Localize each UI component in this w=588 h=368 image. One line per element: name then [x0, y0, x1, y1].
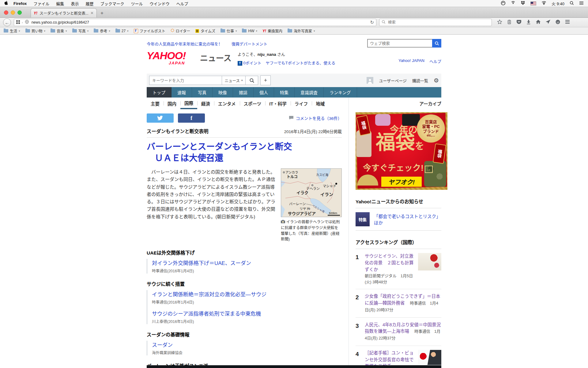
- nav-survey[interactable]: 意識調査: [295, 87, 324, 98]
- subnav-life[interactable]: ライフ: [291, 98, 312, 109]
- zoom-window-button[interactable]: [17, 10, 22, 15]
- article-link[interactable]: スーダン: [152, 342, 173, 348]
- bookmark-transit[interactable]: Y!乗換案内: [262, 28, 282, 33]
- close-window-button[interactable]: [4, 10, 8, 15]
- search-scope-dropdown[interactable]: ニュース▾: [222, 76, 245, 85]
- url-input[interactable]: [31, 20, 367, 25]
- tab-groups-icon[interactable]: [16, 20, 20, 25]
- gear-icon[interactable]: ⚙: [434, 77, 439, 84]
- menubar-window[interactable]: ウインドウ: [146, 1, 173, 6]
- broadcast-status-icon[interactable]: [511, 1, 515, 6]
- subscriptions-link[interactable]: 購読一覧: [412, 78, 428, 83]
- news-search-button[interactable]: [245, 76, 258, 85]
- menubar-edit[interactable]: 編集: [53, 1, 67, 6]
- dropbox-icon[interactable]: [521, 1, 525, 6]
- browser-search-box[interactable]: [379, 19, 492, 26]
- bookmark-folder-reference[interactable]: 参考▾: [94, 28, 110, 33]
- promo-link-2[interactable]: 復興デパートメント: [232, 41, 267, 47]
- bookmark-folder-music[interactable]: 音楽▾: [51, 28, 67, 33]
- archive-link[interactable]: アーカイブ: [419, 100, 441, 107]
- input-source-flag-icon[interactable]: [530, 2, 536, 6]
- nav-photo[interactable]: 写真: [192, 87, 213, 98]
- home-icon[interactable]: [536, 19, 541, 25]
- spotlight-icon[interactable]: [570, 1, 574, 6]
- keyword-input[interactable]: [149, 76, 222, 85]
- pocket-icon[interactable]: [516, 19, 522, 25]
- apple-icon[interactable]: [4, 1, 8, 6]
- yahoo-japan-link[interactable]: Yahoo! JAPAN: [398, 58, 424, 64]
- nav-personal[interactable]: 個人: [254, 87, 274, 98]
- menubar-app[interactable]: Firefox: [10, 1, 30, 6]
- menubar-clock[interactable]: 火 9:40: [552, 1, 564, 6]
- nav-video[interactable]: 映像: [213, 87, 233, 98]
- subnav-main[interactable]: 主要: [147, 98, 164, 109]
- downloads-icon[interactable]: [526, 19, 531, 26]
- menubar-history[interactable]: 履歴: [82, 1, 97, 6]
- subnav-region[interactable]: 地域: [312, 98, 329, 109]
- article-link[interactable]: 対イラン外交関係格下げ＝UAE、スーダン: [152, 260, 251, 266]
- back-button[interactable]: ←: [3, 18, 11, 26]
- article-headline[interactable]: バーレーンとスーダンもイランと断交 ＵＡＥは大使召還: [147, 141, 342, 164]
- subnav-international[interactable]: 国際: [180, 98, 197, 109]
- help-link[interactable]: ヘルプ: [429, 58, 441, 64]
- nav-ranking[interactable]: ランキング: [324, 87, 357, 98]
- browser-tab[interactable]: Y! スーダンもイランと断交表... ✕: [31, 8, 97, 17]
- new-tab-button[interactable]: +: [97, 9, 107, 17]
- bookmark-times[interactable]: タイムズ: [195, 28, 215, 33]
- bookmark-folder-shopping[interactable]: 買い物▾: [25, 28, 46, 33]
- site-globe-icon[interactable]: [25, 20, 29, 25]
- nav-flash[interactable]: 速報: [172, 87, 192, 98]
- share-icon[interactable]: [545, 19, 551, 25]
- notification-center-icon[interactable]: [579, 1, 584, 6]
- add-search-button[interactable]: +: [260, 75, 271, 85]
- twitter-share-button[interactable]: [147, 113, 174, 123]
- bookmark-folder-overseas-photo[interactable]: 海外写真家▾: [288, 28, 315, 33]
- fukubukuro-ad-banner[interactable]: 福袋 福袋 百貨店 家電・PC ブランド etc,… 今年の 福袋を 今すぐチェ…: [356, 112, 447, 190]
- points-note-link[interactable]: ヤフーでもTポイントがたまる、使える: [266, 60, 335, 66]
- menubar-tools[interactable]: ツール: [127, 1, 146, 6]
- bookmark-star-icon[interactable]: [497, 19, 502, 26]
- reload-icon[interactable]: ↻: [370, 20, 374, 25]
- subnav-domestic[interactable]: 国内: [164, 98, 180, 109]
- wifi-icon[interactable]: [541, 1, 546, 6]
- subnav-it-science[interactable]: IT・科学: [265, 98, 290, 109]
- user-page-link[interactable]: ユーザーページ: [379, 78, 406, 83]
- feedback-smiley-icon[interactable]: [555, 19, 560, 26]
- menubar-view[interactable]: 表示: [67, 1, 82, 6]
- view-comments-link[interactable]: コメントを見る（36件）: [289, 115, 342, 121]
- nav-top[interactable]: トップ: [147, 87, 172, 98]
- bookmark-folder-photo[interactable]: 写真▾: [72, 28, 89, 33]
- minimize-window-button[interactable]: [11, 10, 15, 15]
- yahoo-japan-logo[interactable]: YAHOO! JAPAN: [147, 50, 199, 61]
- article-link[interactable]: サウジのシーア派指導者処刑で深まる中東危機: [152, 311, 261, 317]
- menu-hamburger-icon[interactable]: [565, 20, 570, 25]
- middle-east-map-image[interactable]: アンカラ トルコ カスピ海 テヘラン マシャド イラク イラン バーレーン ペル…: [281, 168, 342, 217]
- bookmark-folder-hw[interactable]: HW▾: [242, 29, 257, 33]
- facebook-share-button[interactable]: f: [178, 113, 205, 123]
- subnav-economy[interactable]: 経済: [197, 98, 214, 109]
- subnav-sports[interactable]: スポーツ: [240, 98, 266, 109]
- nav-feature[interactable]: 特集: [274, 87, 295, 98]
- nav-magazine[interactable]: 雑誌: [233, 87, 254, 98]
- web-search-input[interactable]: [367, 39, 432, 48]
- url-bar[interactable]: › ↻: [14, 19, 376, 26]
- notice-link[interactable]: 「都会で老いるコストとリスク」 ほか: [374, 213, 441, 226]
- article-link[interactable]: イランと関係断絶＝宗派対立の激化必至―サウジ: [152, 292, 266, 297]
- subnav-entertainment[interactable]: エンタメ: [214, 98, 240, 109]
- bookmark-folder-27[interactable]: 27▾: [115, 29, 129, 33]
- tab-close-icon[interactable]: ✕: [90, 11, 94, 15]
- ranking-link[interactable]: サウジとイラン、対立激化の背景 ２国とも計算ずくか: [365, 254, 414, 272]
- ranking-thumbnail[interactable]: [418, 253, 441, 270]
- bookmark-folder-life[interactable]: 生活▾: [4, 28, 20, 33]
- bookmark-filepost[interactable]: Fファイルポスト: [134, 28, 165, 33]
- bookmark-folder-work[interactable]: 仕事▾: [221, 28, 237, 33]
- reading-list-icon[interactable]: [507, 19, 512, 26]
- ranking-thumbnail[interactable]: [418, 350, 441, 365]
- promo-link-1[interactable]: 今年の人気商品や年末年始に東北の味を！: [147, 41, 222, 47]
- bookmark-reuters[interactable]: ロイター: [171, 28, 190, 33]
- browser-search-input[interactable]: [387, 20, 489, 25]
- menubar-help[interactable]: ヘルプ: [173, 1, 191, 6]
- points-link[interactable]: 0ポイント: [243, 61, 261, 65]
- menubar-bookmarks[interactable]: ブックマーク: [97, 1, 127, 6]
- web-search-button[interactable]: [432, 39, 441, 48]
